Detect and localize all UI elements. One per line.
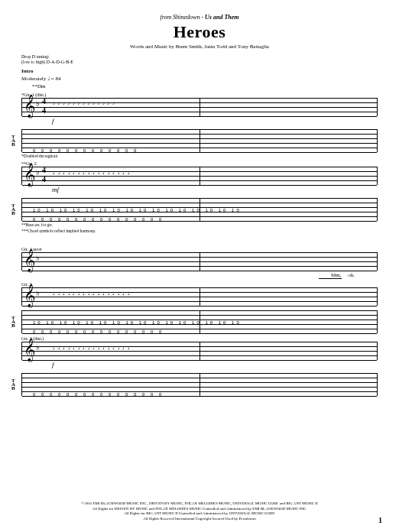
tab-staff-gtr2: TAB 10 10 10 10 10 10 10 10 10 10 10 10 … bbox=[21, 198, 378, 221]
tuning-block: Drop D tuning: (low to high) D-A-D-G-B-E bbox=[21, 54, 378, 65]
key-signature: ♭ bbox=[36, 99, 40, 108]
footnote-doubled: *Doubled throughout bbox=[21, 154, 378, 158]
credits: Words and Music by Brent Smith, Jasin To… bbox=[21, 44, 378, 50]
notation-staff-vocal: 𝄞 ♭ bbox=[21, 252, 378, 271]
chord-dm: **Dm bbox=[32, 83, 378, 89]
tuning-line1: Drop D tuning: bbox=[21, 54, 378, 60]
tab-staff-gtr2b: TAB 10 10 10 10 10 10 10 10 10 10 10 10 … bbox=[21, 310, 378, 333]
notation-staff-gtr2b: 𝄞 ♭ ♩ ♩ ♩ ♩ ♩ ♩ ♩ ♩ ♩ ♩ ♩ ♩ ♩ ♩ ♩ ♩ bbox=[21, 287, 378, 306]
notation-staff-gtr2: 𝄞 ♭ 44 ♩ ♩ ♩ ♩ ♩ ♩ ♩ ♩ ♩ ♩ ♩ ♩ ♩ ♩ ♩ ♩ bbox=[21, 167, 378, 185]
key-signature: ♭ bbox=[36, 168, 40, 177]
gtr2-label-2: Gtr. 2 bbox=[21, 282, 378, 287]
copyright-block: ©2005 EMI BLACKWOOD MUSIC INC., DRIVEN B… bbox=[21, 501, 378, 521]
tab-numbers-gtr2-low: 0 0 0 0 0 0 0 0 0 0 0 0 0 0 0 0 bbox=[33, 217, 374, 222]
song-title: Heroes bbox=[21, 22, 378, 42]
section-intro: Intro bbox=[21, 68, 378, 74]
tab-numbers-gtr2-mid: 10 10 10 10 10 10 10 10 10 10 10 10 10 1… bbox=[33, 208, 374, 212]
album-name: Us and Them bbox=[205, 14, 238, 21]
sheet-music-page: from Shinedown - Us and Them Heroes Word… bbox=[0, 0, 399, 532]
gtr2-label: **Gtr. 2 bbox=[21, 161, 378, 166]
header: from Shinedown - Us and Them Heroes Word… bbox=[21, 14, 378, 50]
tab-label-icon: TAB bbox=[11, 135, 15, 147]
key-signature: ♭ bbox=[36, 289, 40, 297]
gtr1-label: *Gtr. 1 (dist.) bbox=[21, 92, 378, 97]
notation-notes: ♩ ♩ ♩ ♩ ♩ ♩ ♩ ♩ ♩ ♩ ♩ ♩ ♩ ♩ ♩ ♩ bbox=[53, 170, 374, 175]
copyright-line4: All Rights Reserved International Copyri… bbox=[21, 517, 378, 522]
tab-label-icon: TAB bbox=[11, 204, 15, 216]
time-signature: 44 bbox=[42, 166, 46, 184]
tab-numbers-gtr2b-low: 0 0 0 0 0 0 0 0 0 0 0 0 0 0 0 0 bbox=[33, 329, 374, 334]
staff-system-2: **Gtr. 2 𝄞 ♭ 44 ♩ ♩ ♩ ♩ ♩ ♩ ♩ ♩ ♩ ♩ ♩ ♩ … bbox=[21, 161, 378, 233]
gtr1-tacet: Gtr. 1 tacet bbox=[21, 247, 378, 251]
notation-notes: ♩ ♩ ♩ ♩ ♩ ♩ ♩ ♩ ♩ ♩ ♩ ♩ ♩ ♩ ♩ ♩ bbox=[53, 290, 374, 296]
tab-staff-gtr1: TAB 0 0 0 0 0 0 0 0 0 0 0 0 0 bbox=[21, 129, 378, 152]
key-signature: ♭ bbox=[36, 343, 40, 352]
treble-clef-icon: 𝄞 bbox=[24, 249, 35, 272]
tab-label-icon: TAB bbox=[11, 379, 15, 391]
tab-label-icon: TAB bbox=[11, 316, 15, 328]
treble-clef-icon: 𝄞 bbox=[24, 164, 35, 187]
notation-notes: ♩ ♩ ♩ ♩ ♩ ♩ ♩ ♩ ♩ ♩ ♩ ♩ ♩ ♩ ♩ ♩ bbox=[53, 345, 374, 350]
tempo: Moderately ♩ = 84 bbox=[21, 76, 378, 82]
page-number: 1 bbox=[378, 516, 382, 524]
footnote-bass: **Bass arr. for gtr. bbox=[21, 222, 378, 227]
key-signature: ♭ bbox=[36, 254, 40, 262]
notation-staff-gtr3: 𝄞 ♭ ♩ ♩ ♩ ♩ ♩ ♩ ♩ ♩ ♩ ♩ ♩ ♩ ♩ ♩ ♩ ♩ bbox=[21, 342, 378, 360]
lyric-line: Mm, oh. bbox=[21, 272, 355, 279]
staff-system-3: Gtr. 2 𝄞 ♭ ♩ ♩ ♩ ♩ ♩ ♩ ♩ ♩ ♩ ♩ ♩ ♩ ♩ ♩ ♩… bbox=[21, 282, 378, 333]
treble-clef-icon: 𝄞 bbox=[24, 284, 35, 307]
notation-notes: ♪ ♪ ♪ ♪ ♪ ♪ ♪ ♪ ♪ ♪ ♪ ♪ ♪ bbox=[53, 101, 374, 105]
time-signature: 44 bbox=[42, 97, 46, 115]
from-prefix: from Shinedown - bbox=[160, 14, 205, 21]
treble-clef-icon: 𝄞 bbox=[24, 95, 35, 118]
tab-staff-gtr3: TAB 0 0 0 0 0 0 0 0 0 0 0 0 0 0 0 0 bbox=[21, 373, 378, 396]
staff-system-4: Gtr. 3 (dist.) 𝄞 ♭ ♩ ♩ ♩ ♩ ♩ ♩ ♩ ♩ ♩ ♩ ♩… bbox=[21, 336, 378, 396]
gtr3-label: Gtr. 3 (dist.) bbox=[21, 336, 378, 341]
tuning-line2: (low to high) D-A-D-G-B-E bbox=[21, 60, 378, 65]
from-line: from Shinedown - Us and Them bbox=[21, 14, 378, 21]
tab-numbers-gtr1: 0 0 0 0 0 0 0 0 0 0 0 0 0 bbox=[33, 148, 374, 153]
tab-numbers-gtr3: 0 0 0 0 0 0 0 0 0 0 0 0 0 0 0 0 bbox=[33, 392, 374, 397]
notation-staff-gtr1: 𝄞 ♭ 44 ♪ ♪ ♪ ♪ ♪ ♪ ♪ ♪ ♪ ♪ ♪ ♪ ♪ bbox=[21, 98, 378, 116]
lyric-mm: Mm, bbox=[319, 272, 342, 279]
tab-numbers-gtr2b-mid: 10 10 10 10 10 10 10 10 10 10 10 10 10 1… bbox=[33, 320, 374, 325]
lyric-oh: oh. bbox=[348, 272, 355, 278]
dynamic-f: f bbox=[52, 117, 378, 125]
dynamic-f-gtr3: f bbox=[52, 361, 378, 368]
staff-system-1: *Gtr. 1 (dist.) 𝄞 ♭ 44 ♪ ♪ ♪ ♪ ♪ ♪ ♪ ♪ ♪… bbox=[21, 92, 378, 158]
dynamic-mf: mf bbox=[52, 186, 378, 193]
treble-clef-icon: 𝄞 bbox=[24, 339, 35, 362]
